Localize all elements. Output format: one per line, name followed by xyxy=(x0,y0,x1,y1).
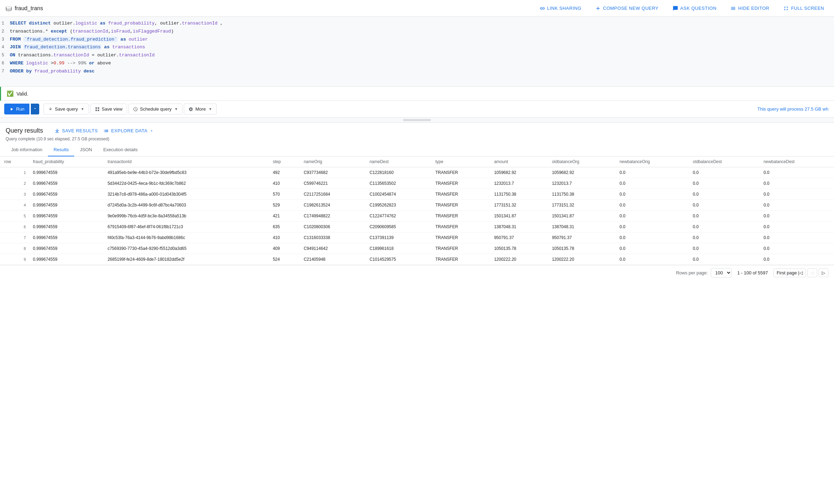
process-info: This query will process 27.5 GB wh xyxy=(757,106,828,112)
table-cell: 1050135.78 xyxy=(548,243,615,254)
col-header-step: step xyxy=(269,156,299,167)
table-cell: 0.0 xyxy=(759,243,834,254)
tab-execution-details[interactable]: Execution details xyxy=(98,144,143,156)
save-query-arrow: ▼ xyxy=(81,107,84,111)
editor-icon xyxy=(730,6,736,11)
save-view-button[interactable]: Save view xyxy=(90,104,127,114)
table-row: 90.9996745592685199f-fe24-4609-8de7-1801… xyxy=(0,254,834,265)
rows-per-page-select[interactable]: 100 50 25 xyxy=(711,268,732,278)
next-page-button[interactable]: ▷ xyxy=(819,268,828,277)
table-cell: 1387048.31 xyxy=(490,222,548,232)
table-cell: 1059682.92 xyxy=(490,167,548,178)
table-cell: 1200222.20 xyxy=(490,254,548,265)
plus-icon xyxy=(595,6,601,11)
table-cell: 0.0 xyxy=(759,200,834,211)
table-cell: 529 xyxy=(269,200,299,211)
table-cell: 1501341.87 xyxy=(548,211,615,222)
save-query-button[interactable]: Save query ▼ xyxy=(43,104,89,114)
table-cell: C2117251684 xyxy=(299,189,365,200)
table-cell: 1773151.32 xyxy=(548,200,615,211)
table-cell: 0.999674559 xyxy=(29,211,103,222)
rows-per-page-label: Rows per page: xyxy=(676,270,708,275)
valid-check-icon: ✅ xyxy=(7,90,14,97)
run-dropdown-button[interactable] xyxy=(31,104,39,114)
prev-page-button[interactable]: ◁ xyxy=(807,268,817,277)
table-cell: C1020800306 xyxy=(299,222,365,232)
table-cell: 0.0 xyxy=(759,189,834,200)
table-cell: C21405948 xyxy=(299,254,365,265)
compose-query-button[interactable]: COMPOSE NEW QUERY xyxy=(591,4,663,13)
table-cell: 2685199f-fe24-4609-8de7-180182dd5e2f xyxy=(103,254,269,265)
table-cell: c7569390-7730-45a4-9290-f5512d0a3d65 xyxy=(103,243,269,254)
table-row: 70.999674559f40c53fa-76a3-4144-9b76-9abd… xyxy=(0,232,834,243)
table-cell: 1232013.7 xyxy=(548,178,615,189)
table-cell: TRANSFER xyxy=(431,222,490,232)
table-header-row: row fraud_probability transactionId step… xyxy=(0,156,834,167)
schedule-query-button[interactable]: Schedule query ▼ xyxy=(128,104,182,114)
hide-editor-label: HIDE EDITOR xyxy=(738,6,769,11)
table-cell: C189961618 xyxy=(365,243,431,254)
link-sharing-button[interactable]: LINK SHARING xyxy=(535,4,586,13)
valid-text: Valid. xyxy=(16,91,28,97)
table-cell: 9 xyxy=(0,254,29,265)
table-cell: 7 xyxy=(0,232,29,243)
table-cell: 0.0 xyxy=(615,189,688,200)
code-line-2: 2 transactions.* except (transactionId,i… xyxy=(0,28,834,36)
explore-data-button[interactable]: EXPLORE DATA xyxy=(103,128,154,134)
fullscreen-button[interactable]: FULL SCREEN xyxy=(779,4,828,13)
table-cell: 0.0 xyxy=(615,200,688,211)
page-title: fraud_trans xyxy=(15,5,43,12)
col-header-name-dest: nameDest xyxy=(365,156,431,167)
tab-json[interactable]: JSON xyxy=(74,144,98,156)
table-cell: 2 xyxy=(0,178,29,189)
results-header: Query results SAVE RESULTS EXPLORE DATA xyxy=(0,123,834,134)
col-header-amount: amount xyxy=(490,156,548,167)
table-cell: C599746221 xyxy=(299,178,365,189)
rows-per-page-section: Rows per page: 100 50 25 xyxy=(676,268,732,278)
table-row: 60.99967455967915409-6f87-46ef-8f74-061f… xyxy=(0,222,834,232)
hide-editor-button[interactable]: HIDE EDITOR xyxy=(726,4,773,13)
col-header-name-orig: nameOrig xyxy=(299,156,365,167)
table-cell: 0.0 xyxy=(615,178,688,189)
table-cell: 0.999674559 xyxy=(29,222,103,232)
table-cell: 950791.37 xyxy=(490,232,548,243)
chat-icon xyxy=(673,6,678,11)
scroll-thumb[interactable] xyxy=(403,119,431,121)
page-info: 1 - 100 of 5597 xyxy=(737,270,768,275)
run-button[interactable]: Run xyxy=(4,104,29,114)
table-cell: 0.0 xyxy=(759,178,834,189)
table-cell: 0.0 xyxy=(615,167,688,178)
table-cell: d7245d0a-3c2b-4499-9c6f-d87bc4a70603 xyxy=(103,200,269,211)
first-page-label: First page xyxy=(777,270,797,275)
table-cell: TRANSFER xyxy=(431,178,490,189)
code-line-1: 1 SELECT distinct outlier.logistic as fr… xyxy=(0,20,834,28)
table-cell: C937734682 xyxy=(299,167,365,178)
top-bar-left: fraud_trans xyxy=(6,5,43,12)
save-results-button[interactable]: SAVE RESULTS xyxy=(54,128,98,134)
table-cell: 491a95eb-be9e-44b3-b72e-30de9fbd5c83 xyxy=(103,167,269,178)
link-sharing-label: LINK SHARING xyxy=(547,6,582,11)
table-cell: 950791.37 xyxy=(548,232,615,243)
table-cell: C1995262823 xyxy=(365,200,431,211)
table-cell: 1059682.92 xyxy=(548,167,615,178)
sql-editor[interactable]: 1 SELECT distinct outlier.logistic as fr… xyxy=(0,17,834,87)
table-cell: 0.999674559 xyxy=(29,243,103,254)
tab-results[interactable]: Results xyxy=(48,144,74,156)
code-line-5: 5 ON transactions.transactionId = outlie… xyxy=(0,51,834,59)
table-cell: 1773151.32 xyxy=(490,200,548,211)
more-label: More xyxy=(195,106,206,112)
table-cell: 0.0 xyxy=(689,254,759,265)
col-header-old-balance-dest: oldbalanceDest xyxy=(689,156,759,167)
table-cell: TRANSFER xyxy=(431,189,490,200)
table-cell: TRANSFER xyxy=(431,243,490,254)
table-cell: TRANSFER xyxy=(431,200,490,211)
ask-question-button[interactable]: ASK QUESTION xyxy=(668,4,721,13)
more-button[interactable]: More ▼ xyxy=(184,104,217,114)
validation-bar: ✅ Valid. xyxy=(0,87,834,101)
explore-data-label: EXPLORE DATA xyxy=(111,128,147,133)
first-page-button[interactable]: First page |◁ xyxy=(773,268,806,277)
results-title: Query results xyxy=(6,127,43,134)
table-cell: C1224774762 xyxy=(365,211,431,222)
tab-job-information[interactable]: Job information xyxy=(6,144,48,156)
table-cell: 1050135.78 xyxy=(490,243,548,254)
